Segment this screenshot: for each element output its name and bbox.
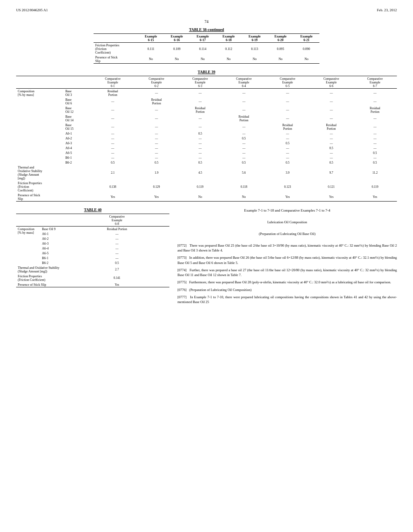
paragraph-0777: [0777] In Example 7-1 to 7-10, there wer…	[177, 295, 397, 305]
paragraph-0773: [0773] In addition, there was prepared B…	[177, 255, 397, 265]
col-header: Example6-15	[138, 34, 164, 43]
page-header: US 2012/0046205 A1 Feb. 23, 2012	[16, 8, 397, 12]
table-row: Presence of StickSlip Yes Yes No No Yes …	[16, 193, 397, 202]
table39: ComparativeExample6-1 ComparativeExample…	[16, 76, 397, 202]
table-row: A6-3 — — — — 0.5 — —	[16, 141, 397, 145]
table-row: Presence of StickSlip No No No No No No …	[94, 55, 319, 64]
table38-continued: Example6-15 Example6-16 Example6-17 Exam…	[94, 33, 319, 64]
table39-title: TABLE 39	[16, 70, 397, 74]
col-header: Example6-16	[164, 34, 190, 43]
table-row: Composition[% by mass] Base Oil 9 Residu…	[16, 227, 169, 232]
table-row: B6-1 — — — — — — —	[16, 155, 397, 160]
table38-title: TABLE 38-continued	[16, 28, 397, 32]
header-right: Feb. 23, 2012	[377, 8, 397, 12]
table-row: Presence of Stick Slip Yes	[16, 282, 169, 287]
table-row: Composition[% by mass] BaseOil 3 Residua…	[16, 89, 397, 98]
table-row: Friction Properties(FrictionCoefficient)…	[16, 181, 397, 193]
paragraph-0772: [0772] There was prepared Base Oil 25 (t…	[177, 243, 397, 253]
paragraph-0776: [0776] (Preparation of Lubricating Oil C…	[177, 287, 397, 292]
section-heading2: Lubrication Oil Composition	[177, 220, 397, 224]
col-header: Example6-17	[190, 34, 216, 43]
table40: ComparativeExample6-8 Composition[% by m…	[16, 214, 169, 287]
table-row: BaseOil 6 — ResidualPortion — — — — —	[16, 97, 397, 106]
table-row: Friction Properties(Friction Coefficient…	[16, 274, 169, 282]
table-row: BaseOil 15 — — — — ResidualPortion Resid…	[16, 123, 397, 131]
right-text-section: Example 7-1 to 7-18 and Comparative Exam…	[177, 208, 397, 307]
table40-title: TABLE 40	[16, 208, 169, 212]
col-header: Example6-19	[242, 34, 267, 43]
table40-section: TABLE 40 ComparativeExample6-8 Compositi…	[16, 208, 169, 307]
col-header: Example6-21	[294, 34, 319, 43]
table-row: Thermal andOxidative Stability(Sludge Am…	[16, 165, 397, 181]
paragraph-0775: [0775] Furthermore, there was prepared B…	[177, 280, 397, 285]
table39-section: TABLE 39 ComparativeExample6-1 Comparati…	[16, 70, 397, 202]
section-heading3: (Preparation of Lubricating Oil Base Oil…	[177, 231, 397, 236]
header-left: US 2012/0046205 A1	[16, 8, 48, 12]
table-row: A6-5 — — — — — — 0.5	[16, 150, 397, 155]
table-row: Friction Properties(FrictionCoefficient)…	[94, 43, 319, 55]
table-row: BaseOil 12 — — ResidualPortion — — — Res…	[16, 106, 397, 114]
col-header: Example6-20	[267, 34, 293, 43]
table-row: A6-4 — — — — — 0.5 —	[16, 145, 397, 150]
table-row: Thermal and Oxidative Stability(Sludge A…	[16, 265, 169, 274]
table-row: A6-2 — — — 0.5 — — —	[16, 136, 397, 141]
table-row: BaseOil 14 — — — ResidualPortion — — —	[16, 114, 397, 123]
page-number: 74	[16, 19, 397, 24]
table-row: B6-2 0.5 0.5 0.5 0.5 0.5 0.5 0.5	[16, 160, 397, 165]
table38-section: TABLE 38-continued Example6-15 Example6-…	[16, 28, 397, 64]
table-row: A6-1 — — 0.5 — — — —	[16, 131, 397, 136]
paragraph-0774: [0774] Further, there was prepared a bas…	[177, 268, 397, 278]
col-header: Example6-18	[216, 34, 242, 43]
section-heading1: Example 7-1 to 7-18 and Comparative Exam…	[177, 208, 397, 213]
two-col-layout: TABLE 40 ComparativeExample6-8 Compositi…	[16, 208, 397, 307]
